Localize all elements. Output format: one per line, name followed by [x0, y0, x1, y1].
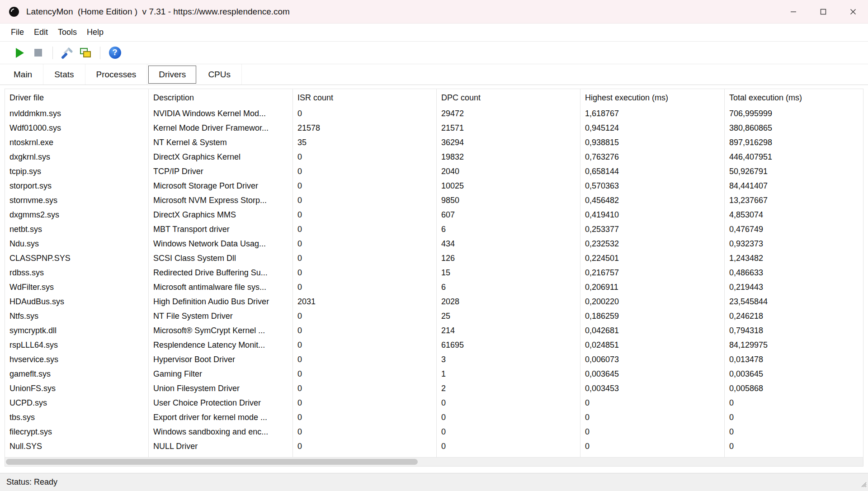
menu-tools[interactable]: Tools — [53, 25, 82, 40]
cell-isr-count: 0 — [293, 280, 437, 294]
toolbar: ? — [0, 42, 868, 64]
table-row[interactable]: HDAudBus.sys High Definition Audio Bus D… — [5, 294, 863, 309]
tab-drivers[interactable]: Drivers — [148, 66, 196, 84]
cell-isr-count: 0 — [293, 453, 437, 457]
table-row[interactable]: tcpip.sys TCP/IP Driver 0 2040 0,658144 … — [5, 164, 863, 179]
table-row[interactable]: BasicRender.sys Microsoft® Basic Render … — [5, 453, 863, 457]
minimize-button[interactable] — [778, 0, 808, 23]
cell-dpc-count: 2028 — [437, 294, 580, 309]
table-row[interactable]: tbs.sys Export driver for kernel mode ..… — [5, 410, 863, 425]
resize-grip-icon[interactable] — [859, 480, 867, 490]
cell-dpc-count: 0 — [437, 396, 580, 410]
cell-description: DirectX Graphics MMS — [149, 208, 293, 222]
cell-total-execution: 0 — [725, 439, 863, 453]
column-header[interactable]: Total execution (ms) — [725, 89, 863, 106]
cell-description: Gaming Filter — [149, 367, 293, 381]
cell-dpc-count: 6 — [437, 280, 580, 294]
table-row[interactable]: rdbss.sys Redirected Drive Buffering Su.… — [5, 265, 863, 280]
table-row[interactable]: gameflt.sys Gaming Filter 0 1 0,003645 0… — [5, 367, 863, 381]
menu-file[interactable]: File — [6, 25, 29, 40]
cell-total-execution: 0 — [725, 410, 863, 425]
tab-processes[interactable]: Processes — [85, 64, 148, 85]
table-row[interactable]: dxgkrnl.sys DirectX Graphics Kernel 0 19… — [5, 150, 863, 164]
cell-dpc-count: 0 — [437, 453, 580, 457]
column-header[interactable]: Highest execution (ms) — [580, 89, 725, 106]
cell-dpc-count: 19832 — [437, 150, 580, 164]
cell-isr-count: 0 — [293, 338, 437, 352]
menu-help[interactable]: Help — [82, 25, 108, 40]
cell-total-execution: 0,476749 — [725, 222, 863, 236]
tab-main[interactable]: Main — [3, 64, 43, 85]
cell-dpc-count: 61695 — [437, 338, 580, 352]
tab-stats[interactable]: Stats — [43, 64, 85, 85]
column-header[interactable]: Driver file — [5, 89, 149, 106]
table-row[interactable]: netbt.sys MBT Transport driver 0 6 0,253… — [5, 222, 863, 236]
cell-dpc-count: 15 — [437, 265, 580, 280]
help-button[interactable]: ? — [106, 44, 124, 61]
table-row[interactable]: ntoskrnl.exe NT Kernel & System 35 36294… — [5, 135, 863, 150]
column-header[interactable]: DPC count — [437, 89, 580, 106]
cell-total-execution: 0,013478 — [725, 352, 863, 367]
cell-total-execution: 0,246218 — [725, 309, 863, 323]
horizontal-scrollbar[interactable] — [5, 457, 863, 466]
cell-driver-file: gameflt.sys — [5, 367, 149, 381]
cell-driver-file: rdbss.sys — [5, 265, 149, 280]
play-icon — [16, 48, 24, 58]
table-header: Driver fileDescriptionISR countDPC count… — [5, 89, 863, 106]
table-row[interactable]: symcryptk.dll Microsoft® SymCrypt Kernel… — [5, 323, 863, 338]
report-button[interactable] — [76, 44, 94, 61]
stop-monitor-button[interactable] — [29, 44, 47, 61]
cell-highest-execution: 1,618767 — [580, 106, 725, 121]
table-row[interactable]: Null.SYS NULL Driver 0 0 0 0 — [5, 439, 863, 453]
table-row[interactable]: UCPD.sys User Choice Protection Driver 0… — [5, 396, 863, 410]
cell-description: Microsoft® SymCrypt Kernel ... — [149, 323, 293, 338]
table-row[interactable]: filecrypt.sys Windows sandboxing and enc… — [5, 425, 863, 439]
table-row[interactable]: hvservice.sys Hypervisor Boot Driver 0 3… — [5, 352, 863, 367]
cell-isr-count: 0 — [293, 265, 437, 280]
scrollbar-thumb[interactable] — [6, 459, 418, 465]
cell-isr-count: 0 — [293, 106, 437, 121]
column-header[interactable]: Description — [149, 89, 293, 106]
table-row[interactable]: Wdf01000.sys Kernel Mode Driver Framewor… — [5, 121, 863, 135]
cell-driver-file: Null.SYS — [5, 439, 149, 453]
cell-dpc-count: 6 — [437, 222, 580, 236]
table-row[interactable]: CLASSPNP.SYS SCSI Class System Dll 0 126… — [5, 251, 863, 265]
cell-isr-count: 0 — [293, 179, 437, 193]
cell-isr-count: 0 — [293, 323, 437, 338]
cell-dpc-count: 0 — [437, 410, 580, 425]
cell-description: Microsoft antimalware file sys... — [149, 280, 293, 294]
cell-highest-execution: 0 — [580, 439, 725, 453]
cell-total-execution: 13,237667 — [725, 193, 863, 208]
cell-total-execution: 84,129975 — [725, 338, 863, 352]
cell-driver-file: dxgmms2.sys — [5, 208, 149, 222]
table-row[interactable]: rspLLL64.sys Resplendence Latency Monit.… — [5, 338, 863, 352]
table-row[interactable]: WdFilter.sys Microsoft antimalware file … — [5, 280, 863, 294]
maximize-button[interactable] — [808, 0, 838, 23]
cell-total-execution: 380,860865 — [725, 121, 863, 135]
cell-driver-file: tbs.sys — [5, 410, 149, 425]
options-button[interactable] — [58, 44, 76, 61]
window-title: LatencyMon (Home Edition ) v 7.31 - http… — [26, 7, 290, 17]
cell-total-execution: 50,926791 — [725, 164, 863, 179]
table-row[interactable]: stornvme.sys Microsoft NVM Express Storp… — [5, 193, 863, 208]
close-button[interactable] — [838, 0, 868, 23]
tab-strip: MainStatsProcessesDriversCPUs — [0, 64, 868, 85]
table-row[interactable]: UnionFS.sys Union Filesystem Driver 0 2 … — [5, 381, 863, 396]
cell-description: Kernel Mode Driver Framewor... — [149, 121, 293, 135]
cell-description: Union Filesystem Driver — [149, 381, 293, 396]
table-row[interactable]: Ntfs.sys NT File System Driver 0 25 0,18… — [5, 309, 863, 323]
tab-cpus[interactable]: CPUs — [197, 64, 242, 85]
cell-dpc-count: 0 — [437, 425, 580, 439]
start-monitor-button[interactable] — [11, 44, 29, 61]
cell-highest-execution: 0,253377 — [580, 222, 725, 236]
column-header[interactable]: ISR count — [293, 89, 437, 106]
cell-driver-file: Ntfs.sys — [5, 309, 149, 323]
table-row[interactable]: storport.sys Microsoft Storage Port Driv… — [5, 179, 863, 193]
table-row[interactable]: nvlddmkm.sys NVIDIA Windows Kernel Mod..… — [5, 106, 863, 121]
table-row[interactable]: Ndu.sys Windows Network Data Usag... 0 4… — [5, 236, 863, 251]
cell-total-execution: 897,916298 — [725, 135, 863, 150]
cell-isr-count: 0 — [293, 236, 437, 251]
table-row[interactable]: dxgmms2.sys DirectX Graphics MMS 0 607 0… — [5, 208, 863, 222]
menu-edit[interactable]: Edit — [29, 25, 53, 40]
cell-highest-execution: 0,938815 — [580, 135, 725, 150]
